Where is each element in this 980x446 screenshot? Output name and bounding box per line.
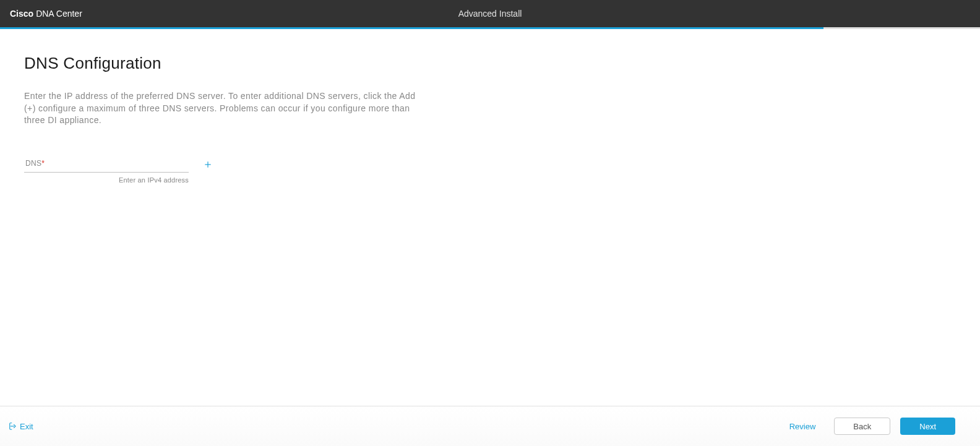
dns-input[interactable] xyxy=(24,158,189,173)
main-content: DNS Configuration Enter the IP address o… xyxy=(0,29,980,184)
dns-field-wrapper: DNS* Enter an IPv4 address xyxy=(24,158,189,184)
footer-right: Review Back Next xyxy=(789,418,955,435)
add-dns-button[interactable] xyxy=(202,159,213,170)
app-header: Cisco DNA Center Advanced Install xyxy=(0,0,980,27)
brand-cisco: Cisco xyxy=(10,9,33,19)
form-area: DNS* Enter an IPv4 address xyxy=(24,158,980,184)
exit-label: Exit xyxy=(20,422,33,431)
review-link[interactable]: Review xyxy=(789,422,816,431)
page-description: Enter the IP address of the preferred DN… xyxy=(24,90,420,127)
exit-link[interactable]: Exit xyxy=(9,422,33,431)
brand-product: DNA Center xyxy=(36,9,82,19)
next-button[interactable]: Next xyxy=(900,418,955,435)
brand: Cisco DNA Center xyxy=(10,9,82,19)
plus-icon xyxy=(204,160,212,169)
footer: Exit Review Back Next xyxy=(0,406,980,446)
progress-bar xyxy=(0,27,980,29)
header-title: Advanced Install xyxy=(458,9,522,19)
dns-helper-text: Enter an IPv4 address xyxy=(24,176,189,184)
page-title: DNS Configuration xyxy=(24,54,980,73)
footer-buttons: Back Next xyxy=(834,418,955,435)
exit-icon xyxy=(9,422,17,431)
back-button[interactable]: Back xyxy=(834,418,890,435)
progress-fill xyxy=(0,27,823,29)
